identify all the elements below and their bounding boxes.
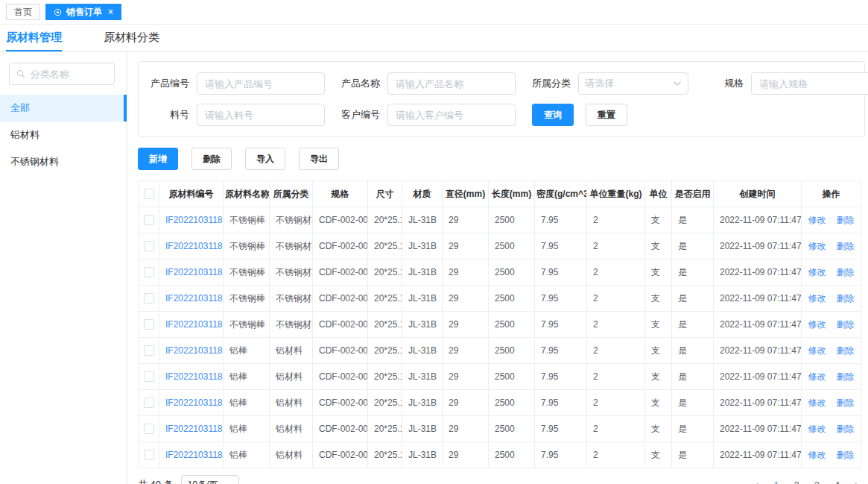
table-row: IF2022103118 铝棒 铝材料 CDF-002-009 20*25.1 … <box>139 338 861 364</box>
close-icon[interactable]: × <box>108 7 113 17</box>
delete-link[interactable]: 删除 <box>837 450 855 460</box>
edit-link[interactable]: 修改 <box>808 397 826 408</box>
page-number-1[interactable]: 1 <box>773 480 779 484</box>
page-number-2[interactable]: 2 <box>793 480 799 484</box>
category-cell: 铝材料 <box>270 338 313 364</box>
row-checkbox[interactable] <box>144 371 154 382</box>
material-code-link[interactable]: IF2022103118 <box>165 319 223 330</box>
page-size-select[interactable]: 10条/页 <box>181 475 239 484</box>
delete-link[interactable]: 删除 <box>837 215 855 225</box>
material-cell: JL-31B <box>402 312 443 338</box>
edit-link[interactable]: 修改 <box>808 424 826 434</box>
filter-field-product-code: 产品编号 <box>146 72 325 95</box>
import-button[interactable]: 导入 <box>245 148 285 170</box>
sidebar-item-aluminum[interactable]: 铝材料 <box>0 122 127 148</box>
delete-link[interactable]: 删除 <box>837 345 855 356</box>
row-checkbox[interactable] <box>144 241 154 251</box>
length-cell: 2500 <box>489 338 535 364</box>
delete-button[interactable]: 删除 <box>191 148 232 170</box>
column-header: 创建时间 <box>714 181 802 207</box>
customer-code-input[interactable] <box>387 104 516 126</box>
material-code-link[interactable]: IF2022103118 <box>165 345 223 356</box>
export-button[interactable]: 导出 <box>299 148 339 170</box>
edit-link[interactable]: 修改 <box>808 267 826 277</box>
window-tab-home[interactable]: 首页 <box>6 4 40 20</box>
delete-link[interactable]: 删除 <box>837 267 855 277</box>
page-number-4[interactable]: 4 <box>834 480 840 484</box>
column-header: 操作 <box>802 181 861 207</box>
material-code-link[interactable]: IF2022103118 <box>165 267 223 277</box>
size-cell: 20*25.1 <box>368 207 402 233</box>
table-toolbar: 新增 删除 导入 导出 <box>138 148 865 170</box>
prev-page-icon[interactable]: < <box>753 480 758 484</box>
material-code-link[interactable]: IF2022103118 <box>165 424 223 434</box>
diameter-cell: 29 <box>443 416 489 442</box>
density-cell: 7.95 <box>535 207 587 233</box>
edit-link[interactable]: 修改 <box>808 215 826 225</box>
row-checkbox[interactable] <box>144 215 154 225</box>
diameter-cell: 29 <box>443 286 489 312</box>
delete-link[interactable]: 删除 <box>837 424 855 434</box>
product-name-input[interactable] <box>387 72 516 95</box>
next-page-icon[interactable]: > <box>855 480 861 484</box>
reset-button[interactable]: 重置 <box>586 104 627 126</box>
material-code-link[interactable]: IF2022103118 <box>165 241 223 251</box>
delete-link[interactable]: 删除 <box>837 371 855 382</box>
window-tab-sales-order[interactable]: 销售订单 × <box>45 4 121 20</box>
table-row: IF2022103118 不锈钢棒 不锈钢材料 CDF-002-009 20*2… <box>139 286 861 312</box>
material-code-link[interactable]: IF2022103118 <box>165 371 223 382</box>
spec-cell: CDF-002-009 <box>313 286 368 312</box>
edit-link[interactable]: 修改 <box>808 345 826 356</box>
unit-cell: 支 <box>645 286 672 312</box>
row-checkbox[interactable] <box>144 319 154 330</box>
material-code-link[interactable]: IF2022103118 <box>165 293 223 304</box>
material-cell: JL-31B <box>402 207 443 233</box>
column-header: 直径(mm) <box>443 181 489 207</box>
row-checkbox[interactable] <box>144 397 154 408</box>
enabled-cell: 是 <box>672 286 714 312</box>
add-button[interactable]: 新增 <box>138 148 178 170</box>
category-cell: 铝材料 <box>270 442 313 468</box>
select-all-checkbox[interactable] <box>144 189 154 199</box>
unit-weight-cell: 2 <box>587 260 645 286</box>
spec-input[interactable] <box>751 72 868 95</box>
edit-link[interactable]: 修改 <box>808 371 826 382</box>
sidebar-item-stainless-steel[interactable]: 不锈钢材料 <box>0 148 127 175</box>
edit-link[interactable]: 修改 <box>808 450 826 460</box>
delete-link[interactable]: 删除 <box>837 397 855 408</box>
length-cell: 2500 <box>489 364 535 390</box>
row-checkbox[interactable] <box>144 345 154 356</box>
tab-material-management[interactable]: 原材料管理 <box>6 25 62 51</box>
size-cell: 20*25.1 <box>368 364 402 390</box>
page-number-3[interactable]: 3 <box>814 480 820 484</box>
material-code-link[interactable]: IF2022103118 <box>165 215 223 225</box>
tab-material-category[interactable]: 原材料分类 <box>104 25 159 51</box>
column-header: 原材料编号 <box>159 181 224 207</box>
product-name-label: 产品名称 <box>337 77 380 90</box>
category-select[interactable]: 请选择 <box>578 72 688 95</box>
material-code-link[interactable]: IF2022103118 <box>165 450 223 460</box>
material-code-link[interactable]: IF2022103118 <box>165 397 223 408</box>
edit-link[interactable]: 修改 <box>808 241 826 251</box>
customer-code-label: 客户编号 <box>337 108 380 122</box>
category-cell: 不锈钢材料 <box>270 233 313 260</box>
part-number-input[interactable] <box>197 104 325 126</box>
edit-link[interactable]: 修改 <box>808 319 826 330</box>
page-size-value: 10条/页 <box>188 479 218 484</box>
tab-material-category-label: 原材料分类 <box>104 31 159 45</box>
category-search-input[interactable] <box>31 69 107 80</box>
filter-panel: 产品编号 产品名称 所属分类 请选择 <box>138 61 865 137</box>
search-button[interactable]: 查询 <box>532 104 574 126</box>
column-header: 规格 <box>313 181 368 207</box>
edit-link[interactable]: 修改 <box>808 293 826 304</box>
row-checkbox[interactable] <box>144 424 154 434</box>
row-checkbox[interactable] <box>144 293 154 304</box>
delete-link[interactable]: 删除 <box>837 319 855 330</box>
delete-link[interactable]: 删除 <box>837 293 855 304</box>
row-checkbox[interactable] <box>144 450 154 460</box>
product-code-input[interactable] <box>197 72 325 95</box>
filter-field-part-number: 料号 <box>146 104 325 126</box>
row-checkbox[interactable] <box>144 267 154 277</box>
sidebar-item-all[interactable]: 全部 <box>0 95 127 122</box>
delete-link[interactable]: 删除 <box>837 241 855 251</box>
